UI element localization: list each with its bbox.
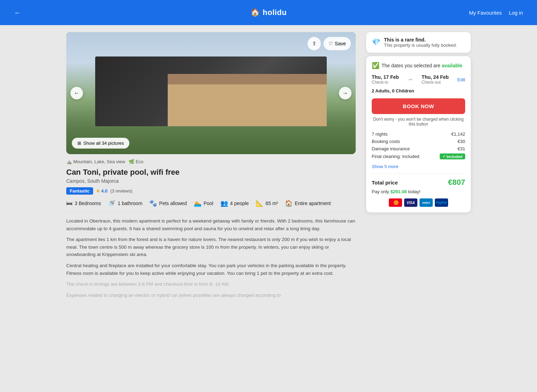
logo-text: holidu [263,8,287,17]
nights-label: 7 nights [372,131,388,137]
bathroom-amenity: 🚿 1 bathroom [108,199,142,207]
amenities: 🛏 3 Bedrooms 🚿 1 bathroom 🐾 Pets allowed… [66,199,356,207]
rating-value: ★ 4.0 [96,188,107,194]
price-breakdown: 7 nights €1,142 Booking costs €30 Damage… [372,131,465,159]
back-button[interactable]: ← [14,9,21,17]
checkout-value: Thu, 24 Feb [422,74,449,80]
left-column: ← → ⇧ ♡ BOOK NOW Save ⊞ Show all 34 pict… [66,32,356,307]
avail-static: The dates you selected are [381,63,440,68]
show-more-link[interactable]: Show 5 more [372,164,399,169]
apartment-icon: 🏠 [285,199,293,207]
visa-icon: VISA [404,198,417,207]
bedrooms-label: 3 Bedrooms [75,201,101,206]
checkin-label: Check-in [372,80,399,85]
check-icon: ✅ [372,62,379,69]
rare-find-card: 💎 This is a rare find. This property is … [366,32,471,53]
paypal-icon: PayPal [435,198,448,207]
payment-icons: VISA AMEX PayPal [372,198,465,207]
booking-costs-label: Booking costs [372,139,400,144]
people-label: 4 people [230,201,249,206]
eco-icon: 🌿 [129,159,134,164]
apartment-label: Entire apartment [295,201,331,206]
description: Located in Obertraun, this modern apartm… [66,217,356,299]
rating-number: 4.0 [101,188,107,194]
amex-icon: AMEX [419,198,433,207]
login-link[interactable]: Log in [509,10,523,16]
total-price: €807 [448,178,465,187]
desc-p3: Central heating and fireplace are instal… [66,262,356,277]
next-image-button[interactable]: → [339,87,351,99]
included-label: Included [447,154,462,159]
rating-row: Fantastic ★ 4.0 (3 reviews) [66,187,356,195]
apartment-amenity: 🏠 Entire apartment [285,199,331,207]
total-label: Total price [372,180,398,186]
property-image [66,32,356,154]
dates-arrow-icon: → [407,76,413,83]
damage-value: €31 [457,146,465,151]
included-check-icon: ✓ [443,154,446,159]
booking-costs-value: €30 [457,139,465,144]
logo-icon: 🏠 [250,8,260,17]
rare-find-title: This is a rare find. [384,37,457,43]
rare-find-sub: This property is usually fully booked. [384,43,457,48]
checkin-value: Thu, 17 Feb [372,74,399,80]
view-tag: ⛰️ Mountain, Lake, Sea view [66,159,125,164]
desc-p2: The apartment lies 1 km from the forest … [66,236,356,258]
divider [66,212,356,212]
mastercard-icon [389,198,402,207]
mountain-icon: ⛰️ [66,159,72,164]
layout: ← → ⇧ ♡ BOOK NOW Save ⊞ Show all 34 pict… [66,32,471,307]
damage-label: Damage insurance [372,146,410,151]
area-amenity: 📐 65 m² [256,199,278,207]
people-amenity: 👥 4 people [220,199,249,207]
checkout-date: Thu, 24 Feb Check-out [422,74,449,85]
rare-find-text: This is a rare find. This property is us… [384,37,457,48]
pay-today-row: Pay only $291.08 today! [372,189,465,194]
pay-today-label: Pay only [372,189,389,194]
pool-label: Pool [204,201,213,206]
header: ← 🏠 holidu My Favourites Log in [0,0,537,25]
desc-p5: Expenses related to charging an electric… [66,292,356,299]
save-button[interactable]: ♡ BOOK NOW Save [324,37,351,50]
cleaning-label: Final cleaning: Included [372,154,419,159]
booking-card: ✅ The dates you selected are available T… [366,56,471,212]
availability-status: available [442,63,462,68]
bath-icon: 🚿 [108,199,115,207]
included-badge: ✓ Included [440,153,465,159]
area-icon: 📐 [256,199,263,207]
logo: 🏠 holidu [250,8,287,17]
property-info: ⛰️ Mountain, Lake, Sea view 🌿 Eco Can To… [66,154,356,307]
favourites-link[interactable]: My Favourites [469,10,502,16]
header-nav: My Favourites Log in [469,10,523,16]
property-title: Can Toni, private pool, wifi free [66,168,356,177]
checkout-label: Check-out [422,80,449,85]
image-actions: ⇧ ♡ BOOK NOW Save [308,37,351,50]
prev-image-button[interactable]: ← [70,87,83,99]
bed-icon: 🛏 [66,200,73,207]
price-row-booking: Booking costs €30 [372,139,465,144]
property-tags: ⛰️ Mountain, Lake, Sea view 🌿 Eco [66,159,356,164]
edit-dates-link[interactable]: Edit [457,77,465,82]
book-now-button[interactable]: BOOK NOW [372,98,465,114]
pay-today-suffix: today! [408,189,420,194]
checkin-date: Thu, 17 Feb Check-in [372,74,399,85]
price-row-damage: Damage insurance €31 [372,146,465,151]
save-icon: ♡ [328,41,333,46]
desc-p1: Located in Obertraun, this modern apartm… [66,217,356,232]
bathroom-label: 1 bathroom [118,201,142,206]
right-column: 💎 This is a rare find. This property is … [366,32,471,212]
share-button[interactable]: ⇧ [308,37,321,50]
total-row: Total price €807 [372,173,465,187]
pool-amenity: 🏊 Pool [194,199,213,207]
price-row-nights: 7 nights €1,142 [372,131,465,137]
pool-icon: 🏊 [194,199,202,207]
star-icon: ★ [96,188,100,194]
pets-amenity: 🐾 Pets allowed [149,199,187,207]
guests-row: 2 Adults, 0 Children [372,88,465,93]
show-pictures-button[interactable]: ⊞ Show all 34 pictures [72,138,129,149]
rating-badge: Fantastic [66,187,93,195]
eco-tag: 🌿 Eco [129,159,143,164]
dates-row: Thu, 17 Feb Check-in → Thu, 24 Feb Check… [372,74,465,85]
price-row-cleaning: Final cleaning: Included ✓ Included [372,153,465,159]
show-pictures-label: Show all 34 pictures [83,141,124,146]
